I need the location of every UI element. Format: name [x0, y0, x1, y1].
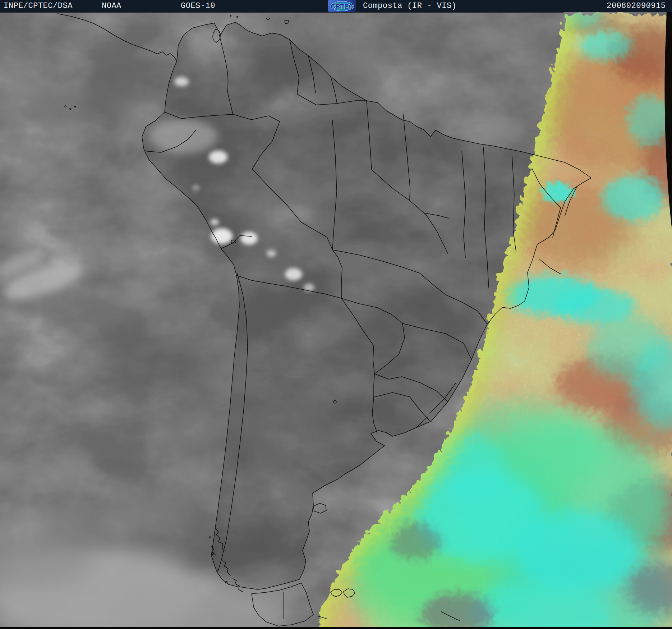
logo-text: CPTEC	[331, 3, 354, 10]
satellite-image	[0, 0, 672, 629]
product-label: Composta (IR - VIS)	[363, 2, 456, 10]
satellite-image-viewer: INPE/CPTEC/DSA NOAA GOES-10 CPTEC Compos…	[0, 0, 672, 629]
top-frame-line	[0, 12, 563, 13]
header-bar: INPE/CPTEC/DSA NOAA GOES-10 CPTEC Compos…	[0, 0, 672, 12]
satellite-label: GOES-10	[181, 2, 215, 10]
agency-label: INPE/CPTEC/DSA	[4, 2, 73, 10]
cptec-logo: CPTEC	[328, 0, 356, 12]
noaa-label: NOAA	[102, 2, 121, 10]
bottom-frame-line	[0, 627, 672, 629]
timestamp-label: 200802090915	[607, 2, 666, 10]
